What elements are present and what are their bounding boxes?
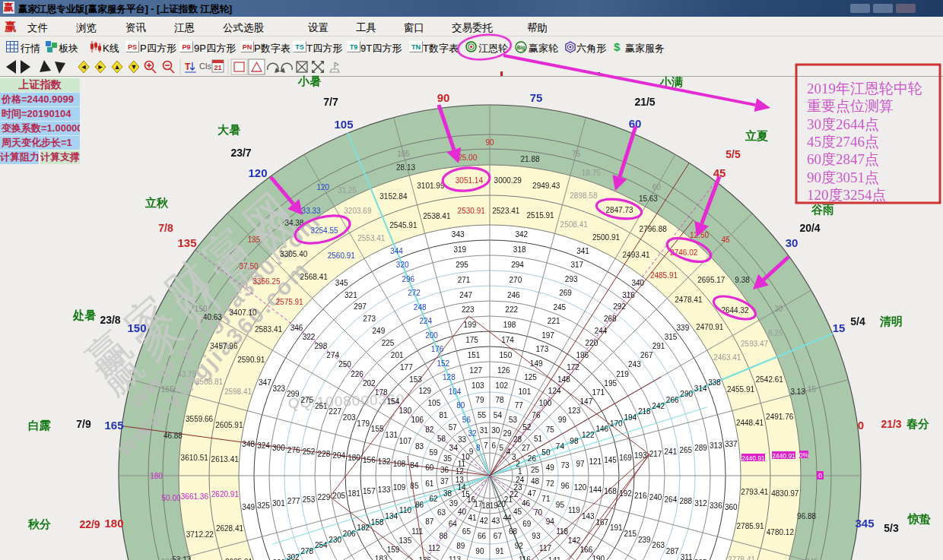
svg-text:320: 320 <box>396 261 409 269</box>
svg-text:159: 159 <box>387 546 400 554</box>
svg-text:215: 215 <box>624 530 637 538</box>
svg-text:263: 263 <box>652 541 665 549</box>
svg-text:63: 63 <box>437 508 446 517</box>
svg-text:25: 25 <box>531 466 540 474</box>
svg-text:131: 131 <box>385 431 398 439</box>
svg-text:201: 201 <box>391 351 404 359</box>
svg-text:33: 33 <box>458 435 467 444</box>
svg-text:小暑: 小暑 <box>297 74 321 87</box>
svg-text:133: 133 <box>378 486 391 494</box>
svg-text:74: 74 <box>556 442 565 451</box>
svg-text:0: 0 <box>858 419 864 432</box>
svg-text:2605.91: 2605.91 <box>215 421 243 429</box>
svg-text:2530.91: 2530.91 <box>458 207 486 215</box>
svg-text:45: 45 <box>722 236 731 244</box>
svg-text:30度2644点: 30度2644点 <box>807 116 879 132</box>
svg-text:323: 323 <box>272 384 285 393</box>
svg-text:296: 296 <box>402 275 414 283</box>
svg-text:226: 226 <box>351 370 364 378</box>
svg-text:7/9: 7/9 <box>76 418 91 430</box>
svg-text:216: 216 <box>634 492 647 500</box>
svg-text:立夏: 立夏 <box>745 129 768 142</box>
svg-text:21/5: 21/5 <box>634 96 655 108</box>
svg-text:2440.91: 2440.91 <box>741 454 765 462</box>
svg-text:60度2847点: 60度2847点 <box>807 151 879 167</box>
svg-text:60: 60 <box>425 464 434 472</box>
svg-text:112: 112 <box>428 544 440 552</box>
svg-text:252: 252 <box>303 448 316 456</box>
svg-text:165: 165 <box>161 385 174 394</box>
svg-text:325: 325 <box>257 501 270 510</box>
svg-text:3203.69: 3203.69 <box>344 207 372 215</box>
svg-text:8: 8 <box>476 444 481 452</box>
svg-text:324: 324 <box>257 441 270 450</box>
svg-text:123: 123 <box>568 407 581 415</box>
svg-text:3661.36: 3661.36 <box>181 492 209 501</box>
svg-text:43: 43 <box>491 517 500 525</box>
svg-text:224: 224 <box>419 317 432 325</box>
svg-text:3356.25: 3356.25 <box>252 277 281 286</box>
svg-text:3305.40: 3305.40 <box>280 250 308 258</box>
svg-text:4830.97: 4830.97 <box>771 489 799 498</box>
svg-text:297: 297 <box>354 302 367 311</box>
svg-text:196: 196 <box>576 351 589 359</box>
svg-text:89: 89 <box>456 542 465 550</box>
svg-text:6.25: 6.25 <box>768 329 783 337</box>
svg-text:40.63: 40.63 <box>203 313 222 321</box>
svg-text:49: 49 <box>546 464 555 472</box>
svg-text:46: 46 <box>522 499 531 508</box>
svg-text:142: 142 <box>568 536 581 545</box>
svg-text:2593.47: 2593.47 <box>741 340 769 348</box>
svg-text:2515.91: 2515.91 <box>527 211 555 220</box>
svg-text:31: 31 <box>480 426 489 435</box>
svg-text:2491.76: 2491.76 <box>766 413 794 421</box>
svg-text:110: 110 <box>399 506 411 514</box>
svg-text:181: 181 <box>348 489 360 498</box>
svg-text:289: 289 <box>694 444 707 452</box>
svg-text:290: 290 <box>680 390 693 398</box>
svg-text:37.50: 37.50 <box>239 262 258 271</box>
svg-text:293: 293 <box>565 275 578 283</box>
svg-text:清明: 清明 <box>879 315 903 327</box>
svg-text:71: 71 <box>541 495 551 503</box>
svg-text:197: 197 <box>541 331 554 340</box>
svg-text:36: 36 <box>440 466 449 474</box>
svg-text:2898.58: 2898.58 <box>570 191 598 200</box>
svg-text:220: 220 <box>586 339 599 347</box>
svg-text:198: 198 <box>503 321 516 329</box>
svg-text:345: 345 <box>855 517 874 530</box>
svg-text:174: 174 <box>501 336 514 344</box>
svg-text:81: 81 <box>440 411 449 419</box>
svg-text:105: 105 <box>334 118 353 131</box>
svg-text:152: 152 <box>437 359 449 368</box>
svg-text:170: 170 <box>610 419 623 428</box>
svg-text:173: 173 <box>536 345 549 353</box>
svg-text:50: 50 <box>541 448 551 457</box>
svg-text:94: 94 <box>546 517 555 526</box>
svg-text:90: 90 <box>485 138 494 147</box>
svg-text:134: 134 <box>385 512 398 520</box>
svg-text:277: 277 <box>287 497 300 505</box>
svg-text:2598.41: 2598.41 <box>224 388 252 396</box>
svg-text:130: 130 <box>399 407 412 415</box>
svg-text:101: 101 <box>519 388 532 396</box>
svg-text:147: 147 <box>580 397 593 406</box>
svg-text:183: 183 <box>375 555 388 560</box>
svg-text:春分: 春分 <box>906 417 929 430</box>
svg-text:287: 287 <box>666 547 679 555</box>
svg-text:2785.91: 2785.91 <box>737 522 765 530</box>
svg-text:34: 34 <box>449 444 459 452</box>
svg-text:4780.12: 4780.12 <box>767 528 795 536</box>
svg-text:2545.91: 2545.91 <box>389 221 418 229</box>
svg-text:27: 27 <box>522 444 531 452</box>
svg-text:20/4: 20/4 <box>799 222 820 234</box>
svg-text:179: 179 <box>357 419 370 428</box>
svg-text:222: 222 <box>505 305 518 314</box>
svg-text:2553.41: 2553.41 <box>357 234 386 242</box>
svg-text:5: 5 <box>500 444 504 452</box>
svg-text:342: 342 <box>515 230 528 239</box>
svg-text:15: 15 <box>808 385 817 394</box>
svg-text:141: 141 <box>548 556 561 560</box>
svg-text:175: 175 <box>465 336 478 344</box>
svg-text:2847.73: 2847.73 <box>605 206 633 214</box>
